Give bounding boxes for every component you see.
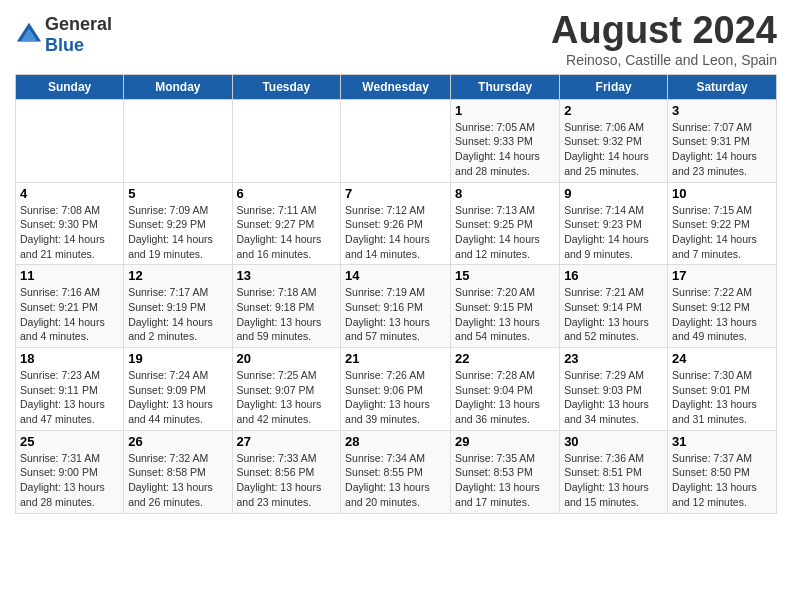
calendar-day-cell [124,99,232,182]
day-info: Sunrise: 7:08 AM Sunset: 9:30 PM Dayligh… [20,203,119,262]
calendar-day-cell: 7Sunrise: 7:12 AM Sunset: 9:26 PM Daylig… [341,182,451,265]
calendar-day-cell: 6Sunrise: 7:11 AM Sunset: 9:27 PM Daylig… [232,182,341,265]
calendar-day-cell: 12Sunrise: 7:17 AM Sunset: 9:19 PM Dayli… [124,265,232,348]
calendar-day-cell: 15Sunrise: 7:20 AM Sunset: 9:15 PM Dayli… [451,265,560,348]
calendar-day-cell: 19Sunrise: 7:24 AM Sunset: 9:09 PM Dayli… [124,348,232,431]
day-info: Sunrise: 7:22 AM Sunset: 9:12 PM Dayligh… [672,285,772,344]
day-info: Sunrise: 7:29 AM Sunset: 9:03 PM Dayligh… [564,368,663,427]
day-of-week-header: Wednesday [341,74,451,99]
calendar-day-cell: 28Sunrise: 7:34 AM Sunset: 8:55 PM Dayli… [341,430,451,513]
calendar-day-cell: 8Sunrise: 7:13 AM Sunset: 9:25 PM Daylig… [451,182,560,265]
day-number: 2 [564,103,663,118]
day-info: Sunrise: 7:23 AM Sunset: 9:11 PM Dayligh… [20,368,119,427]
day-number: 25 [20,434,119,449]
day-info: Sunrise: 7:06 AM Sunset: 9:32 PM Dayligh… [564,120,663,179]
day-info: Sunrise: 7:36 AM Sunset: 8:51 PM Dayligh… [564,451,663,510]
day-number: 1 [455,103,555,118]
day-number: 22 [455,351,555,366]
day-number: 27 [237,434,337,449]
day-info: Sunrise: 7:14 AM Sunset: 9:23 PM Dayligh… [564,203,663,262]
day-of-week-header: Saturday [668,74,777,99]
calendar-day-cell: 18Sunrise: 7:23 AM Sunset: 9:11 PM Dayli… [16,348,124,431]
calendar-week-row: 18Sunrise: 7:23 AM Sunset: 9:11 PM Dayli… [16,348,777,431]
calendar-week-row: 11Sunrise: 7:16 AM Sunset: 9:21 PM Dayli… [16,265,777,348]
day-number: 19 [128,351,227,366]
calendar-day-cell: 17Sunrise: 7:22 AM Sunset: 9:12 PM Dayli… [668,265,777,348]
calendar-day-cell: 27Sunrise: 7:33 AM Sunset: 8:56 PM Dayli… [232,430,341,513]
day-of-week-header: Monday [124,74,232,99]
day-number: 14 [345,268,446,283]
calendar-day-cell: 20Sunrise: 7:25 AM Sunset: 9:07 PM Dayli… [232,348,341,431]
day-number: 5 [128,186,227,201]
calendar-day-cell: 26Sunrise: 7:32 AM Sunset: 8:58 PM Dayli… [124,430,232,513]
day-number: 12 [128,268,227,283]
day-number: 8 [455,186,555,201]
day-number: 26 [128,434,227,449]
day-info: Sunrise: 7:16 AM Sunset: 9:21 PM Dayligh… [20,285,119,344]
logo-icon [15,21,43,49]
calendar-day-cell: 16Sunrise: 7:21 AM Sunset: 9:14 PM Dayli… [560,265,668,348]
calendar-day-cell: 4Sunrise: 7:08 AM Sunset: 9:30 PM Daylig… [16,182,124,265]
logo: General Blue [15,14,112,56]
day-info: Sunrise: 7:37 AM Sunset: 8:50 PM Dayligh… [672,451,772,510]
day-number: 18 [20,351,119,366]
page-title: August 2024 [551,10,777,52]
calendar-day-cell: 24Sunrise: 7:30 AM Sunset: 9:01 PM Dayli… [668,348,777,431]
logo-general-text: General [45,14,112,34]
day-info: Sunrise: 7:32 AM Sunset: 8:58 PM Dayligh… [128,451,227,510]
calendar-day-cell [16,99,124,182]
calendar-day-cell: 3Sunrise: 7:07 AM Sunset: 9:31 PM Daylig… [668,99,777,182]
calendar-day-cell: 5Sunrise: 7:09 AM Sunset: 9:29 PM Daylig… [124,182,232,265]
day-number: 24 [672,351,772,366]
day-info: Sunrise: 7:25 AM Sunset: 9:07 PM Dayligh… [237,368,337,427]
calendar-header-row: SundayMondayTuesdayWednesdayThursdayFrid… [16,74,777,99]
calendar-day-cell: 2Sunrise: 7:06 AM Sunset: 9:32 PM Daylig… [560,99,668,182]
calendar-week-row: 4Sunrise: 7:08 AM Sunset: 9:30 PM Daylig… [16,182,777,265]
day-number: 29 [455,434,555,449]
calendar-week-row: 1Sunrise: 7:05 AM Sunset: 9:33 PM Daylig… [16,99,777,182]
day-number: 7 [345,186,446,201]
day-info: Sunrise: 7:31 AM Sunset: 9:00 PM Dayligh… [20,451,119,510]
calendar-table: SundayMondayTuesdayWednesdayThursdayFrid… [15,74,777,514]
day-info: Sunrise: 7:09 AM Sunset: 9:29 PM Dayligh… [128,203,227,262]
day-info: Sunrise: 7:35 AM Sunset: 8:53 PM Dayligh… [455,451,555,510]
day-info: Sunrise: 7:26 AM Sunset: 9:06 PM Dayligh… [345,368,446,427]
calendar-week-row: 25Sunrise: 7:31 AM Sunset: 9:00 PM Dayli… [16,430,777,513]
day-number: 6 [237,186,337,201]
page-header: General Blue August 2024 Reinoso, Castil… [15,10,777,68]
calendar-day-cell [232,99,341,182]
logo-blue-text: Blue [45,35,84,55]
day-info: Sunrise: 7:13 AM Sunset: 9:25 PM Dayligh… [455,203,555,262]
calendar-day-cell: 9Sunrise: 7:14 AM Sunset: 9:23 PM Daylig… [560,182,668,265]
day-info: Sunrise: 7:24 AM Sunset: 9:09 PM Dayligh… [128,368,227,427]
calendar-day-cell: 29Sunrise: 7:35 AM Sunset: 8:53 PM Dayli… [451,430,560,513]
calendar-day-cell: 13Sunrise: 7:18 AM Sunset: 9:18 PM Dayli… [232,265,341,348]
day-number: 15 [455,268,555,283]
calendar-day-cell [341,99,451,182]
calendar-day-cell: 11Sunrise: 7:16 AM Sunset: 9:21 PM Dayli… [16,265,124,348]
day-number: 30 [564,434,663,449]
day-info: Sunrise: 7:07 AM Sunset: 9:31 PM Dayligh… [672,120,772,179]
day-number: 31 [672,434,772,449]
calendar-day-cell: 22Sunrise: 7:28 AM Sunset: 9:04 PM Dayli… [451,348,560,431]
day-of-week-header: Thursday [451,74,560,99]
calendar-day-cell: 31Sunrise: 7:37 AM Sunset: 8:50 PM Dayli… [668,430,777,513]
day-number: 21 [345,351,446,366]
day-number: 9 [564,186,663,201]
day-info: Sunrise: 7:05 AM Sunset: 9:33 PM Dayligh… [455,120,555,179]
day-info: Sunrise: 7:17 AM Sunset: 9:19 PM Dayligh… [128,285,227,344]
day-info: Sunrise: 7:18 AM Sunset: 9:18 PM Dayligh… [237,285,337,344]
day-of-week-header: Tuesday [232,74,341,99]
page-subtitle: Reinoso, Castille and Leon, Spain [551,52,777,68]
calendar-day-cell: 23Sunrise: 7:29 AM Sunset: 9:03 PM Dayli… [560,348,668,431]
day-number: 20 [237,351,337,366]
calendar-day-cell: 30Sunrise: 7:36 AM Sunset: 8:51 PM Dayli… [560,430,668,513]
day-info: Sunrise: 7:11 AM Sunset: 9:27 PM Dayligh… [237,203,337,262]
calendar-day-cell: 14Sunrise: 7:19 AM Sunset: 9:16 PM Dayli… [341,265,451,348]
day-number: 17 [672,268,772,283]
day-number: 16 [564,268,663,283]
day-number: 3 [672,103,772,118]
day-of-week-header: Friday [560,74,668,99]
day-number: 13 [237,268,337,283]
day-number: 10 [672,186,772,201]
